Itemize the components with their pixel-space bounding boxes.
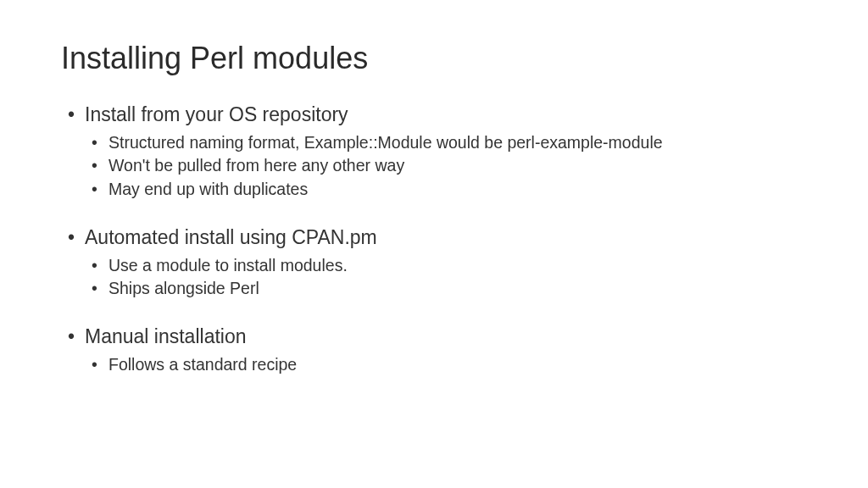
bullet-level2: May end up with duplicates [92, 178, 807, 201]
bullet-group: Automated install using CPAN.pm Use a mo… [68, 226, 807, 301]
bullet-group: Install from your OS repository Structur… [68, 103, 807, 201]
bullet-level1: Install from your OS repository [68, 103, 807, 126]
slide-content: Install from your OS repository Structur… [61, 103, 807, 377]
bullet-level2: Structured naming format, Example::Modul… [92, 131, 807, 154]
bullet-level1: Manual installation [68, 325, 807, 348]
bullet-level1: Automated install using CPAN.pm [68, 226, 807, 249]
slide-title: Installing Perl modules [61, 41, 807, 76]
bullet-level2: Use a module to install modules. [92, 254, 807, 277]
bullet-level2: Follows a standard recipe [92, 353, 807, 376]
bullet-level2: Won't be pulled from here any other way [92, 154, 807, 177]
bullet-group: Manual installation Follows a standard r… [68, 325, 807, 376]
bullet-level2: Ships alongside Perl [92, 277, 807, 300]
